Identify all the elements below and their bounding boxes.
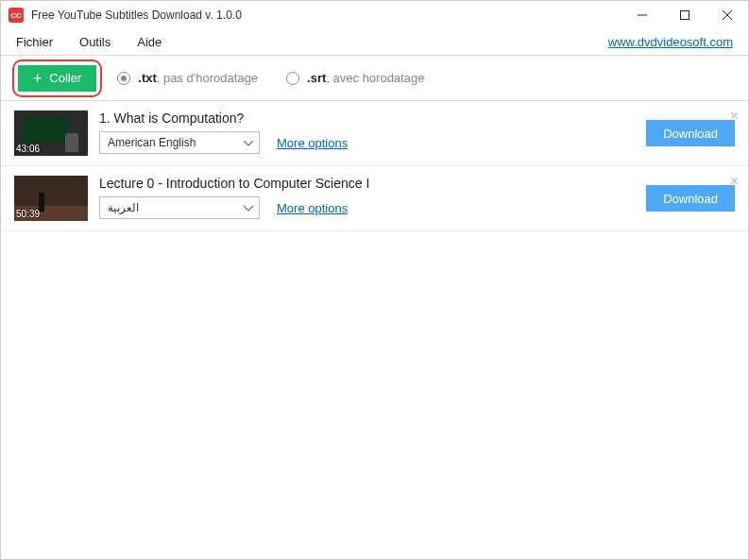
duration-label: 43:06 — [16, 144, 40, 154]
download-button[interactable]: Download — [646, 120, 735, 146]
svg-rect-1 — [680, 11, 689, 20]
item-body: 1. What is Computation? American English… — [99, 110, 635, 154]
app-icon: CC — [9, 8, 24, 23]
format-radio-group: .txt, pas d'horodatage .srt, avec horoda… — [117, 71, 452, 85]
close-button[interactable] — [706, 1, 748, 29]
duration-label: 50:39 — [16, 209, 40, 219]
item-body: Lecture 0 - Introduction to Computer Sci… — [99, 176, 635, 219]
site-link[interactable]: www.dvdvideosoft.com — [608, 35, 733, 49]
radio-txt-label: .txt, pas d'horodatage — [138, 71, 258, 85]
radio-circle-icon — [286, 72, 299, 85]
more-options-link[interactable]: More options — [277, 136, 348, 150]
paste-highlight: + Coller — [12, 59, 102, 97]
item-title: Lecture 0 - Introduction to Computer Sci… — [99, 176, 635, 191]
chevron-down-icon — [244, 136, 253, 149]
menu-file[interactable]: Fichier — [16, 35, 53, 49]
remove-item-button[interactable]: × — [730, 174, 739, 189]
radio-srt[interactable]: .srt, avec horodatage — [286, 71, 424, 85]
plus-icon: + — [33, 71, 42, 86]
item-controls: العربية More options — [99, 196, 635, 219]
language-select[interactable]: American English — [99, 131, 260, 154]
video-list: 43:06 1. What is Computation? American E… — [1, 101, 748, 559]
window-controls — [621, 1, 748, 29]
minimize-button[interactable] — [621, 1, 663, 29]
menu-tools[interactable]: Outils — [79, 35, 111, 49]
menubar: Fichier Outils Aide www.dvdvideosoft.com — [1, 29, 748, 56]
radio-circle-icon — [117, 72, 130, 85]
download-button[interactable]: Download — [646, 185, 735, 212]
more-options-link[interactable]: More options — [277, 201, 348, 215]
radio-srt-label: .srt, avec horodatage — [307, 71, 424, 85]
item-controls: American English More options — [99, 131, 635, 154]
paste-button[interactable]: + Coller — [18, 65, 96, 92]
language-value: American English — [108, 136, 196, 149]
window-title: Free YouTube Subtitles Download v. 1.0.0 — [31, 8, 242, 22]
titlebar: CC Free YouTube Subtitles Download v. 1.… — [1, 1, 748, 29]
menu-help[interactable]: Aide — [137, 35, 162, 49]
chevron-down-icon — [244, 201, 253, 214]
toolbar: + Coller .txt, pas d'horodatage .srt, av… — [1, 56, 748, 101]
list-item: 43:06 1. What is Computation? American E… — [1, 101, 748, 166]
radio-txt[interactable]: .txt, pas d'horodatage — [117, 71, 258, 85]
list-item: 50:39 Lecture 0 - Introduction to Comput… — [1, 166, 748, 231]
thumbnail[interactable]: 50:39 — [14, 176, 88, 221]
language-value: العربية — [108, 201, 139, 214]
language-select[interactable]: العربية — [99, 196, 260, 219]
maximize-button[interactable] — [663, 1, 706, 29]
paste-label: Coller — [49, 71, 81, 85]
thumbnail[interactable]: 43:06 — [14, 110, 88, 156]
item-title: 1. What is Computation? — [99, 110, 635, 126]
remove-item-button[interactable]: × — [730, 109, 739, 124]
